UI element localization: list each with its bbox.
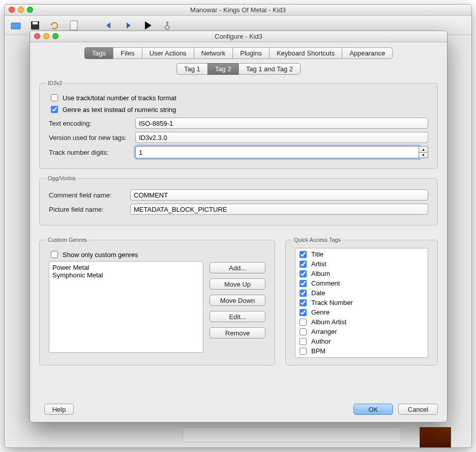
genre-text-checkbox[interactable] bbox=[51, 106, 58, 113]
subtab-tag-1[interactable]: Tag 1 bbox=[176, 63, 207, 75]
minimize-icon[interactable] bbox=[43, 33, 49, 39]
remove-button[interactable]: Remove bbox=[210, 327, 265, 338]
tab-appearance[interactable]: Appearance bbox=[342, 47, 393, 59]
dialog-traffic-lights[interactable] bbox=[34, 33, 58, 39]
list-item[interactable]: Genre bbox=[298, 307, 426, 317]
list-item[interactable]: Comment bbox=[298, 278, 426, 288]
qat-checkbox[interactable] bbox=[300, 251, 307, 258]
list-item[interactable]: Track Number bbox=[298, 298, 426, 307]
close-icon[interactable] bbox=[34, 33, 40, 39]
qat-label: Comment bbox=[311, 279, 340, 287]
tab-user-actions[interactable]: User Actions bbox=[142, 47, 194, 59]
text-encoding-select[interactable]: ISO-8859-1 bbox=[135, 118, 428, 129]
track-digits-label: Track number digits: bbox=[49, 149, 130, 156]
qat-checkbox[interactable] bbox=[300, 270, 307, 277]
quick-access-list[interactable]: TitleArtistAlbumCommentDateTrack NumberG… bbox=[295, 248, 428, 358]
svg-point-4 bbox=[165, 25, 169, 30]
custom-genres-list[interactable]: Power MetalSymphonic Metal bbox=[49, 261, 203, 353]
track-total-label[interactable]: Use track/total number of tracks format bbox=[63, 94, 176, 102]
dialog-title: Configure - Kid3 bbox=[215, 33, 262, 40]
comment-field-select[interactable]: COMMENT bbox=[130, 189, 428, 201]
list-item[interactable]: Arranger bbox=[298, 327, 426, 336]
qat-label: Artist bbox=[311, 260, 326, 268]
list-item[interactable]: Artist bbox=[298, 259, 426, 269]
forward-icon[interactable] bbox=[123, 20, 135, 31]
show-only-custom-checkbox[interactable] bbox=[51, 251, 58, 258]
edit-button[interactable]: Edit... bbox=[210, 311, 265, 322]
new-icon[interactable] bbox=[68, 20, 80, 31]
tab-files[interactable]: Files bbox=[113, 47, 141, 59]
svg-rect-0 bbox=[11, 23, 20, 29]
qat-label: Arranger bbox=[311, 328, 337, 335]
qat-label: BPM bbox=[311, 347, 325, 355]
version-select[interactable]: ID3v2.3.0 bbox=[135, 132, 428, 143]
list-item[interactable]: Power Metal bbox=[52, 264, 200, 271]
quick-access-group: Quick Access Tags TitleArtistAlbumCommen… bbox=[285, 237, 438, 365]
save-icon[interactable] bbox=[29, 20, 41, 31]
zoom-icon[interactable] bbox=[27, 7, 33, 13]
custom-genres-group: Custom Genres Show only custom genres Po… bbox=[39, 237, 275, 365]
qat-checkbox[interactable] bbox=[300, 328, 307, 335]
tab-tags[interactable]: Tags bbox=[84, 47, 113, 59]
chevron-up-icon[interactable]: ▲ bbox=[419, 146, 428, 153]
qat-label: Album Artist bbox=[311, 318, 346, 326]
id3v2-group: ID3v2 Use track/total number of tracks f… bbox=[39, 80, 438, 169]
revert-icon[interactable] bbox=[48, 20, 61, 31]
list-item[interactable]: Album bbox=[298, 269, 426, 278]
text-encoding-label: Text encoding: bbox=[49, 120, 130, 127]
back-icon[interactable] bbox=[103, 20, 115, 31]
subtab-tag-2[interactable]: Tag 2 bbox=[207, 63, 239, 75]
list-item[interactable]: Symphonic Metal bbox=[52, 271, 200, 279]
chevron-down-icon[interactable]: ▼ bbox=[419, 153, 428, 159]
qat-label: Album bbox=[311, 270, 330, 277]
tab-network[interactable]: Network bbox=[194, 47, 233, 59]
qat-checkbox[interactable] bbox=[300, 299, 307, 306]
add-button[interactable]: Add... bbox=[210, 262, 265, 273]
genre-text-label[interactable]: Genre as text instead of numeric string bbox=[63, 106, 176, 114]
subtab-tag-1-and-tag-2[interactable]: Tag 1 and Tag 2 bbox=[239, 63, 301, 75]
list-item[interactable]: Album Artist bbox=[298, 317, 426, 327]
main-traffic-lights[interactable] bbox=[9, 7, 33, 13]
album-art-thumb bbox=[420, 427, 451, 448]
tab-plugins[interactable]: Plugins bbox=[232, 47, 269, 59]
svg-rect-2 bbox=[33, 22, 38, 24]
track-digits-input[interactable] bbox=[135, 146, 419, 158]
qat-checkbox[interactable] bbox=[300, 280, 307, 287]
help-button[interactable]: Help bbox=[44, 404, 74, 415]
qat-checkbox[interactable] bbox=[300, 338, 307, 345]
qat-label: Author bbox=[311, 337, 331, 345]
cancel-button[interactable]: Cancel bbox=[398, 404, 438, 415]
list-item[interactable]: Title bbox=[298, 249, 426, 259]
track-total-checkbox[interactable] bbox=[51, 94, 58, 101]
zoom-icon[interactable] bbox=[52, 33, 58, 39]
picture-field-select[interactable]: METADATA_BLOCK_PICTURE bbox=[130, 204, 428, 215]
tag-subtabs: Tag 1Tag 2Tag 1 and Tag 2 bbox=[39, 63, 438, 75]
list-item[interactable]: BPM bbox=[298, 346, 426, 356]
list-item[interactable]: Author bbox=[298, 336, 426, 346]
picture-field-label: Picture field name: bbox=[49, 206, 125, 213]
qat-checkbox[interactable] bbox=[300, 261, 307, 268]
qat-checkbox[interactable] bbox=[300, 309, 307, 316]
open-icon[interactable] bbox=[10, 20, 22, 31]
main-window-title: Manowar - Kings Of Metal - Kid3 bbox=[190, 6, 286, 14]
move-down-button[interactable]: Move Down bbox=[210, 295, 265, 306]
ogg-legend: Ogg/Vorbis bbox=[46, 175, 77, 181]
configure-dialog: Configure - Kid3 TagsFilesUser ActionsNe… bbox=[29, 31, 448, 422]
tab-keyboard-shortcuts[interactable]: Keyboard Shortcuts bbox=[269, 47, 342, 59]
show-only-custom-label[interactable]: Show only custom genres bbox=[63, 251, 138, 259]
dialog-footer: Help OK Cancel bbox=[39, 404, 438, 415]
qat-checkbox[interactable] bbox=[300, 290, 307, 297]
track-digits-stepper[interactable]: ▲ ▼ bbox=[419, 146, 428, 158]
play-icon[interactable] bbox=[142, 20, 154, 31]
qat-checkbox[interactable] bbox=[300, 348, 307, 355]
settings-icon[interactable] bbox=[161, 20, 173, 31]
minimize-icon[interactable] bbox=[18, 7, 24, 13]
qat-checkbox[interactable] bbox=[300, 319, 307, 326]
list-item[interactable]: Date bbox=[298, 288, 426, 298]
quick-access-legend: Quick Access Tags bbox=[292, 237, 343, 243]
dialog-titlebar: Configure - Kid3 bbox=[30, 31, 447, 42]
ok-button[interactable]: OK bbox=[353, 404, 393, 415]
close-icon[interactable] bbox=[9, 7, 15, 13]
move-up-button[interactable]: Move Up bbox=[210, 278, 265, 290]
qat-label: Track Number bbox=[311, 299, 353, 306]
